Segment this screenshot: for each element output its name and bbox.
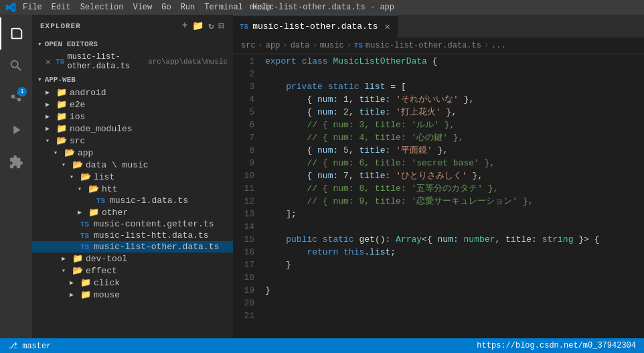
status-url[interactable]: https://blog.csdn.net/m0_37942304 <box>474 341 639 350</box>
item-label-music-content: music-content.getter.ts <box>94 219 214 229</box>
menu-go[interactable]: Go <box>161 3 171 12</box>
item-label-music-list-htt: music-list-htt.data.ts <box>94 230 209 240</box>
folder-icon: 📂 <box>64 147 75 158</box>
tab-ts-icon: TS <box>240 23 248 31</box>
ts-file-icon: TS <box>96 197 107 205</box>
sidebar-item-e2e[interactable]: ▶ 📁 e2e <box>32 98 233 111</box>
sidebar-item-music-list-other[interactable]: ▶ TS music-list-other.data.ts <box>32 241 233 253</box>
sidebar-item-data-music[interactable]: ▾ 📂 data \ music <box>32 159 233 171</box>
code-content[interactable]: export class MusicListOtherData { privat… <box>260 54 644 338</box>
item-label-effect: effect <box>86 266 117 276</box>
activity-source-control[interactable]: 1 <box>0 82 32 114</box>
item-label-mouse: mouse <box>94 290 120 300</box>
folder-icon: 📂 <box>88 184 99 194</box>
sidebar-item-src[interactable]: ▾ 📂 src <box>32 135 233 147</box>
item-label-src: src <box>70 136 85 146</box>
arrow-icon: ▶ <box>46 100 56 109</box>
extensions-icon <box>9 155 23 169</box>
app-web-header[interactable]: ▾ APP-WEB <box>32 72 233 86</box>
app-web-arrow: ▾ <box>37 75 42 84</box>
menu-edit[interactable]: Edit <box>52 3 71 12</box>
sidebar-item-app[interactable]: ▾ 📂 app <box>32 147 233 159</box>
status-bar: ⎇ master https://blog.csdn.net/m0_379423… <box>0 338 644 353</box>
status-branch[interactable]: ⎇ master <box>5 341 54 351</box>
collapse-all-icon[interactable]: ⊟ <box>219 20 225 31</box>
refresh-icon[interactable]: ↻ <box>208 20 214 31</box>
new-folder-icon[interactable]: 📁 <box>192 20 204 31</box>
ts-file-icon: TS <box>80 220 91 228</box>
sidebar-item-music-1[interactable]: ▶ TS music-1.data.ts <box>32 195 233 206</box>
sidebar-item-dev-tool[interactable]: ▶ 📁 dev-tool <box>32 253 233 265</box>
breadcrumb-sep3: › <box>312 41 317 50</box>
sidebar-item-ios[interactable]: ▶ 📁 ios <box>32 111 233 123</box>
tab-bar: TS music-list-other.data.ts ✕ <box>233 15 644 38</box>
search-icon <box>9 58 23 73</box>
title-bar: File Edit Selection View Go Run Terminal… <box>0 0 644 15</box>
arrow-icon: ▶ <box>46 88 56 96</box>
arrow-icon: ▾ <box>62 267 72 275</box>
sidebar-item-android[interactable]: ▶ 📁 android <box>32 86 233 98</box>
sidebar-item-effect[interactable]: ▾ 📂 effect <box>32 265 233 277</box>
run-icon <box>9 123 23 137</box>
menu-view[interactable]: View <box>133 3 152 12</box>
open-editor-item[interactable]: ✕ TS music-list-other.data.ts src\app\da… <box>32 51 233 72</box>
menu-bar[interactable]: File Edit Selection View Go Run Terminal… <box>23 3 272 12</box>
item-label-other: other <box>102 208 128 218</box>
close-editor-icon[interactable]: ✕ <box>46 57 50 67</box>
menu-selection[interactable]: Selection <box>80 3 124 12</box>
sidebar-item-music-list-htt[interactable]: ▶ TS music-list-htt.data.ts <box>32 230 233 241</box>
item-label-e2e: e2e <box>70 100 85 110</box>
explorer-label: EXPLORER <box>40 22 81 30</box>
breadcrumb-file[interactable]: music-list-other.data.ts <box>366 41 481 50</box>
item-label-ios: ios <box>70 112 85 122</box>
main-layout: 1 EXPLORER ︎+ 📁 ↻ ⊟ ▾ <box>0 15 644 338</box>
menu-run[interactable]: Run <box>181 3 195 12</box>
breadcrumb-src[interactable]: src <box>241 41 256 50</box>
open-editor-path: src\app\data\music <box>148 58 228 66</box>
activity-search[interactable] <box>0 50 32 82</box>
sidebar-item-mouse[interactable]: ▶ 📁 mouse <box>32 289 233 301</box>
arrow-icon: ▶ <box>46 125 56 133</box>
folder-icon: 📁 <box>80 289 91 300</box>
status-bar-left: ⎇ master <box>5 341 54 351</box>
menu-file[interactable]: File <box>23 3 42 12</box>
menu-terminal[interactable]: Terminal <box>204 3 243 12</box>
open-editors-header[interactable]: ▾ OPEN EDITORS <box>32 37 233 51</box>
item-label-data-music: data \ music <box>86 160 149 170</box>
folder-icon: 📁 <box>88 207 99 218</box>
sidebar-item-click[interactable]: ▶ 📁 click <box>32 277 233 289</box>
sidebar-actions[interactable]: ︎+ 📁 ↻ ⊟ <box>181 20 225 31</box>
breadcrumb-sep5: › <box>484 41 489 50</box>
folder-icon: 📁 <box>56 99 67 110</box>
source-control-badge: 1 <box>17 87 27 96</box>
open-editors-section: ▾ OPEN EDITORS ✕ TS music-list-other.dat… <box>32 37 233 72</box>
activity-extensions[interactable] <box>0 146 32 178</box>
breadcrumb-music[interactable]: music <box>320 41 344 50</box>
new-file-icon[interactable]: ︎+ <box>181 20 188 31</box>
tab-music-list-other[interactable]: TS music-list-other.data.ts ✕ <box>233 15 398 38</box>
sidebar-item-music-content[interactable]: ▶ TS music-content.getter.ts <box>32 218 233 230</box>
sidebar-item-node-modules[interactable]: ▶ 📁 node_modules <box>32 123 233 135</box>
item-label-music-list-other: music-list-other.data.ts <box>94 242 219 252</box>
breadcrumb-symbol[interactable]: ... <box>491 41 506 50</box>
ts-file-icon: TS <box>80 243 91 251</box>
breadcrumb-data[interactable]: data <box>291 41 310 50</box>
sidebar-item-list[interactable]: ▾ 📂 list <box>32 171 233 183</box>
activity-explorer[interactable] <box>0 17 32 50</box>
arrow-icon: ▾ <box>78 185 88 193</box>
sidebar-item-htt[interactable]: ▾ 📂 htt <box>32 183 233 195</box>
folder-icon: 📂 <box>80 171 91 182</box>
line-numbers: 1 2 3 4 5 6 7 8 9 10 11 12 13 14 15 16 1… <box>233 54 260 338</box>
activity-bar: 1 <box>0 15 32 338</box>
files-icon <box>9 26 24 41</box>
ts-file-icon: TS <box>80 232 91 240</box>
item-label-dev-tool: dev-tool <box>86 254 127 264</box>
arrow-icon: ▾ <box>54 149 64 157</box>
breadcrumb-app[interactable]: app <box>266 41 280 50</box>
breadcrumb-ts-icon: TS <box>354 42 363 50</box>
sidebar-item-other[interactable]: ▶ 📁 other <box>32 206 233 218</box>
tab-close-button[interactable]: ✕ <box>384 21 390 32</box>
activity-run[interactable] <box>0 114 32 146</box>
open-editors-arrow: ▾ <box>37 40 42 48</box>
item-label-htt: htt <box>102 184 117 194</box>
